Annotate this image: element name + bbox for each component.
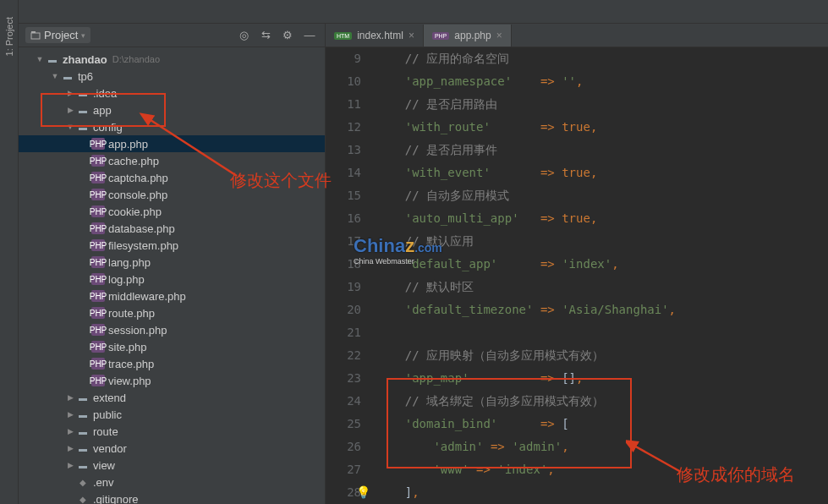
line-number: 13 <box>326 139 361 162</box>
code-line[interactable]: 'auto_multi_app' => true, <box>376 207 828 230</box>
php-file-icon: PHP <box>91 273 105 285</box>
tree-row-session.php[interactable]: PHPsession.php <box>19 321 325 338</box>
svg-rect-0 <box>31 33 40 39</box>
tree-item-label: route.php <box>108 307 155 320</box>
code-line[interactable]: 'admin' => 'admin', <box>376 436 828 458</box>
php-file-icon: PHP <box>432 32 449 40</box>
code-line[interactable]: // 是否启用事件 <box>376 139 828 162</box>
tree-row-zhandao[interactable]: ▼▬zhandaoD:\zhandao <box>19 51 325 68</box>
tree-item-label: filesystem.php <box>108 239 178 252</box>
tree-row-.gitignore[interactable]: ◆.gitignore <box>19 490 325 504</box>
code-line[interactable]: 'app_map' => [], <box>376 367 828 390</box>
tree-row-captcha.php[interactable]: PHPcaptcha.php <box>19 169 325 186</box>
tree-row-trace.php[interactable]: PHPtrace.php <box>19 355 325 372</box>
folder-icon: ▬ <box>76 392 90 403</box>
tree-row-middleware.php[interactable]: PHPmiddleware.php <box>19 288 325 304</box>
tree-item-label: log.php <box>108 273 145 286</box>
project-panel: Project ▾ ◎ ⇆ ⚙ — ▼▬zhandaoD:\zhandao▼▬t… <box>19 24 326 504</box>
code-line[interactable] <box>376 321 828 344</box>
hide-icon[interactable]: — <box>301 27 318 44</box>
code-line[interactable]: 'domain_bind' => [ <box>376 413 828 436</box>
tab-app.php[interactable]: PHPapp.php× <box>424 25 512 47</box>
code-line[interactable]: // 应用的命名空间 <box>376 47 828 70</box>
tree-row-app.php[interactable]: PHPapp.php <box>19 135 325 152</box>
tree-row-route[interactable]: ▶▬route <box>19 423 325 440</box>
tree-item-label: config <box>93 121 123 134</box>
line-number: 11 <box>326 93 361 116</box>
folder-icon: ▬ <box>76 459 90 471</box>
code-content[interactable]: // 应用的命名空间 'app_namespace' => '', // 是否启… <box>376 47 828 504</box>
tree-row-tp6[interactable]: ▼▬tp6 <box>19 68 325 85</box>
bulb-icon[interactable]: 💡 <box>356 481 370 504</box>
tree-item-label: session.php <box>108 324 167 337</box>
project-tree[interactable]: ▼▬zhandaoD:\zhandao▼▬tp6▶▬.idea▶▬app▼▬co… <box>19 47 325 504</box>
tree-row-site.php[interactable]: PHPsite.php <box>19 338 325 355</box>
tree-row-app[interactable]: ▶▬app <box>19 101 325 118</box>
code-line[interactable]: 'with_event' => true, <box>376 162 828 184</box>
project-panel-title[interactable]: Project ▾ <box>25 27 90 43</box>
line-number: 20 <box>326 299 361 321</box>
code-line[interactable]: // 默认应用 <box>376 230 828 253</box>
file-icon: ◆ <box>76 493 90 504</box>
code-line[interactable]: 'default_app' => 'index', <box>376 253 828 276</box>
tree-row-cache.php[interactable]: PHPcache.php <box>19 152 325 169</box>
tree-item-label: tp6 <box>78 70 93 83</box>
tree-item-label: route <box>93 425 118 438</box>
tree-row-database.php[interactable]: PHPdatabase.php <box>19 220 325 237</box>
code-line[interactable]: // 是否启用路由 <box>376 93 828 116</box>
tree-item-label: view <box>93 459 115 472</box>
folder-icon: ▬ <box>76 87 90 99</box>
gear-icon[interactable]: ⚙ <box>279 27 296 44</box>
code-line[interactable]: 'app_namespace' => '', <box>376 70 828 93</box>
folder-icon: ▬ <box>46 53 59 65</box>
tab-index.html[interactable]: HTMindex.html× <box>326 25 424 47</box>
svg-rect-1 <box>31 31 36 33</box>
tree-item-label: middleware.php <box>108 290 186 303</box>
tree-row-view[interactable]: ▶▬view <box>19 457 325 474</box>
tree-item-label: lang.php <box>108 256 151 269</box>
code-line[interactable]: 💡 ], <box>376 481 828 504</box>
locate-icon[interactable]: ◎ <box>235 27 252 44</box>
tree-item-label: extend <box>93 392 126 404</box>
line-number: 16 <box>326 207 361 230</box>
line-number: 26 <box>326 436 361 458</box>
code-line[interactable]: 'www' => 'index', <box>376 458 828 481</box>
tree-row-.idea[interactable]: ▶▬.idea <box>19 85 325 101</box>
tree-item-label: app.php <box>108 138 148 151</box>
close-icon[interactable]: × <box>496 30 502 41</box>
code-line[interactable]: // 默认时区 <box>376 276 828 299</box>
code-area[interactable]: 9101112131415161718192021222324252627282… <box>326 47 828 504</box>
folder-icon: ▬ <box>61 70 74 82</box>
code-line[interactable]: // 应用映射（自动多应用模式有效） <box>376 344 828 367</box>
tree-item-label: site.php <box>108 341 147 353</box>
php-file-icon: PHP <box>91 239 105 251</box>
close-icon[interactable]: × <box>409 30 414 41</box>
tree-item-label: zhandao <box>63 53 107 66</box>
top-toolbar <box>0 0 828 24</box>
collapse-all-icon[interactable]: ⇆ <box>257 27 274 44</box>
tree-row-config[interactable]: ▼▬config <box>19 118 325 135</box>
code-line[interactable]: 'with_route' => true, <box>376 116 828 139</box>
tree-row-filesystem.php[interactable]: PHPfilesystem.php <box>19 237 325 254</box>
tree-item-label: console.php <box>108 189 167 201</box>
code-line[interactable]: // 域名绑定（自动多应用模式有效） <box>376 390 828 413</box>
project-tool-button[interactable]: 1: Project <box>4 17 14 56</box>
tree-row-cookie.php[interactable]: PHPcookie.php <box>19 203 325 220</box>
tree-row-.env[interactable]: ◆.env <box>19 474 325 490</box>
tree-item-label: database.php <box>108 222 175 235</box>
tree-item-label: view.php <box>108 375 151 387</box>
tree-row-vendor[interactable]: ▶▬vendor <box>19 440 325 457</box>
code-line[interactable]: // 自动多应用模式 <box>376 184 828 207</box>
tree-item-label: captcha.php <box>108 172 168 184</box>
project-icon <box>30 30 41 41</box>
line-number: 24 <box>326 390 361 413</box>
tree-row-view.php[interactable]: PHPview.php <box>19 372 325 389</box>
tree-row-lang.php[interactable]: PHPlang.php <box>19 254 325 271</box>
php-file-icon: PHP <box>91 172 105 184</box>
tree-row-console.php[interactable]: PHPconsole.php <box>19 186 325 203</box>
tree-row-public[interactable]: ▶▬public <box>19 406 325 423</box>
code-line[interactable]: 'default_timezone' => 'Asia/Shanghai', <box>376 299 828 321</box>
tree-row-log.php[interactable]: PHPlog.php <box>19 271 325 288</box>
tree-row-extend[interactable]: ▶▬extend <box>19 389 325 406</box>
tree-row-route.php[interactable]: PHProute.php <box>19 304 325 321</box>
